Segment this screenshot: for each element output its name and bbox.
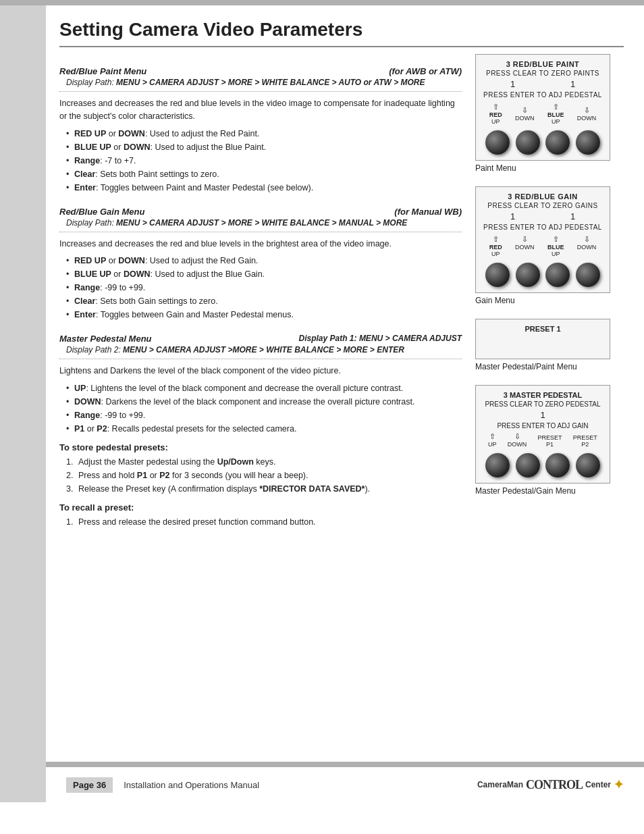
knob-row-mped <box>483 453 603 477</box>
knob-2-paint <box>516 130 540 155</box>
logo-stylized: CONTROL <box>526 778 583 792</box>
panel-preset: PRESET 1 <box>475 319 610 359</box>
knob-1-gain <box>485 263 510 287</box>
divider-paint <box>59 91 462 92</box>
mped-ctrl-p2: PRESETP2 <box>573 434 597 448</box>
ctrl-blue-down-paint: ⇩ DOWN <box>577 106 597 122</box>
mped-ctrl-down: ⇩ DOWN <box>508 432 527 448</box>
footer-manual-text: Installation and Operations Manual <box>124 780 259 790</box>
section-path-gain: Display Path: MENU > CAMERA ADJUST > MOR… <box>59 218 462 228</box>
page-title: Setting Camera Video Parameters <box>59 19 624 47</box>
bullet-gain-1: RED UP or DOWN: Used to adjust the Red G… <box>66 254 462 267</box>
knob-3-gain <box>545 263 570 287</box>
store-step-1: Adjust the Master pedestal using the Up/… <box>66 455 462 469</box>
bullet-paint-1: RED UP or DOWN: Used to adjust the Red P… <box>66 127 462 140</box>
knob-2-mped <box>516 453 540 477</box>
ctrl-blue-down-gain: ⇩ DOWN <box>577 235 597 257</box>
knob-2-gain <box>516 263 540 287</box>
left-column: Red/Blue Paint Menu (for AWB or ATW) Dis… <box>59 54 462 534</box>
main-content: Setting Camera Video Parameters Red/Blue… <box>46 5 644 802</box>
section-path-paint: Display Path: MENU > CAMERA ADJUST > MOR… <box>59 78 462 87</box>
bullet-mped-4: P1 or P2: Recalls pedestal presets for t… <box>66 422 462 436</box>
bullet-mped-1: UP: Lightens the level of the black comp… <box>66 382 462 395</box>
panel-paint-wrapper: 3 RED/BLUE PAINT PRESS CLEAR TO ZERO PAI… <box>475 54 624 173</box>
logo-star-icon: ✦ <box>614 777 624 792</box>
section-red-blue-gain: Red/Blue Gain Menu (for Manual WB) Displ… <box>59 207 462 322</box>
bottom-bar <box>46 762 644 767</box>
two-col-layout: Red/Blue Paint Menu (for AWB or ATW) Dis… <box>59 54 624 534</box>
caption-mped: Master Pedestal/Gain Menu <box>475 486 624 496</box>
panel-gain-title: 3 RED/BLUE GAIN <box>483 192 603 201</box>
caption-preset: Master Pedestal/Paint Menu <box>475 362 624 371</box>
left-sidebar <box>0 5 46 802</box>
mped-ctrl-p1: PRESETP1 <box>538 434 562 448</box>
ctrl-blue-up-gain: ⇧ BLUE UP <box>547 235 564 257</box>
knob-4-gain <box>576 263 600 287</box>
panel-gain-enter: PRESS ENTER TO ADJ PEDESTAL <box>483 224 603 231</box>
mped-controls: ⇧ UP ⇩ DOWN PRESETP1 PRESETP2 <box>483 432 603 448</box>
footer-brand: CameraMan <box>477 780 523 789</box>
knob-3-mped <box>545 453 570 477</box>
footer-logo: CameraMan CONTROL Center ✦ <box>477 777 624 792</box>
caption-gain: Gain Menu <box>475 296 624 305</box>
section-title-gain: Red/Blue Gain Menu (for Manual WB) <box>59 207 462 217</box>
knob-4-paint <box>576 130 600 155</box>
panel-gain-controls: ⇧ RED UP ⇩ DOWN ⇧ BLUE UP <box>483 235 603 257</box>
divider-gain <box>59 232 462 232</box>
bullet-paint-4: Clear: Sets both Paint settings to zero. <box>66 167 462 181</box>
panel-mped-wrapper: 3 MASTER PEDESTAL PRESS CLEAR TO ZERO PE… <box>475 385 624 496</box>
panel-paint-enter: PRESS ENTER TO ADJ PEDESTAL <box>483 91 603 99</box>
panel-paint: 3 RED/BLUE PAINT PRESS CLEAR TO ZERO PAI… <box>475 54 610 161</box>
ctrl-red-up-paint: ⇧ RED UP <box>489 103 502 125</box>
mped-ctrl-up: ⇧ UP <box>488 432 497 448</box>
panel-mped-title: 3 MASTER PEDESTAL <box>483 391 603 399</box>
panel-gain: 3 RED/BLUE GAIN PRESS CLEAR TO ZERO GAIN… <box>475 186 610 293</box>
bullet-paint-2: BLUE UP or DOWN: Used to adjust the Blue… <box>66 140 462 154</box>
section-master-pedestal: Master Pedestal Menu Display Path 1: MEN… <box>59 334 462 529</box>
panel-gain-clear: PRESS CLEAR TO ZERO GAINS <box>483 202 603 209</box>
store-step-3: Release the Preset key (A confirmation d… <box>66 482 462 496</box>
bullets-mped: UP: Lightens the level of the black comp… <box>66 382 462 436</box>
knob-4-mped <box>576 453 600 477</box>
knob-3-paint <box>545 130 570 155</box>
body-gain: Increases and decreases the red and blue… <box>59 238 462 251</box>
right-column: 3 RED/BLUE PAINT PRESS CLEAR TO ZERO PAI… <box>475 54 624 534</box>
sub-header-store: To store pedestal presets: <box>59 442 462 452</box>
footer-center: Center <box>585 780 611 789</box>
knob-1-paint <box>485 130 510 155</box>
bullet-mped-3: Range: -99 to +99. <box>66 409 462 422</box>
sub-header-recall: To recall a preset: <box>59 502 462 513</box>
numbered-store: Adjust the Master pedestal using the Up/… <box>66 455 462 496</box>
store-step-2: Press and hold P1 or P2 for 3 seconds (y… <box>66 469 462 482</box>
panel-gain-numbers: 1 1 <box>483 211 603 221</box>
panel-paint-title: 3 RED/BLUE PAINT <box>483 60 603 68</box>
caption-paint: Paint Menu <box>475 163 624 173</box>
body-paint: Increases and decreases the red and blue… <box>59 97 462 123</box>
knob-row-paint <box>483 130 603 155</box>
ctrl-red-down-paint: ⇩ DOWN <box>515 106 535 122</box>
section-title-paint: Red/Blue Paint Menu (for AWB or ATW) <box>59 66 462 76</box>
panel-paint-numbers: 1 1 <box>483 79 603 89</box>
bullet-gain-2: BLUE UP or DOWN: Used to adjust the Blue… <box>66 267 462 281</box>
panel-mped-num: 1 <box>483 410 603 420</box>
top-bar <box>0 0 644 5</box>
ctrl-blue-up-paint: ⇧ BLUE UP <box>547 103 564 125</box>
recall-step-1: Press and release the desired preset fun… <box>66 515 462 529</box>
bullets-paint: RED UP or DOWN: Used to adjust the Red P… <box>66 127 462 194</box>
knob-1-mped <box>485 453 510 477</box>
bullet-gain-5: Enter: Toggles between Gain and Master P… <box>66 308 462 321</box>
preset-text: PRESET 1 <box>483 325 603 333</box>
section-title-mped: Master Pedestal Menu Display Path 1: MEN… <box>59 334 462 344</box>
panel-gain-wrapper: 3 RED/BLUE GAIN PRESS CLEAR TO ZERO GAIN… <box>475 186 624 305</box>
section-red-blue-paint: Red/Blue Paint Menu (for AWB or ATW) Dis… <box>59 66 462 194</box>
body-mped: Lightens and Darkens the level of the bl… <box>59 365 462 377</box>
bullet-gain-4: Clear: Sets both Gain settings to zero. <box>66 294 462 308</box>
bullets-gain: RED UP or DOWN: Used to adjust the Red G… <box>66 254 462 321</box>
knob-row-gain <box>483 263 603 287</box>
section-path-mped: Display Path 2: MENU > CAMERA ADJUST >MO… <box>59 345 462 355</box>
panel-mped: 3 MASTER PEDESTAL PRESS CLEAR TO ZERO PE… <box>475 385 610 484</box>
numbered-recall: Press and release the desired preset fun… <box>66 515 462 529</box>
panel-paint-controls: ⇧ RED UP ⇩ DOWN ⇧ BLUE UP <box>483 103 603 125</box>
panel-mped-clear: PRESS CLEAR TO ZERO PEDESTAL <box>483 400 603 408</box>
ctrl-red-up-gain: ⇧ RED UP <box>489 235 502 257</box>
